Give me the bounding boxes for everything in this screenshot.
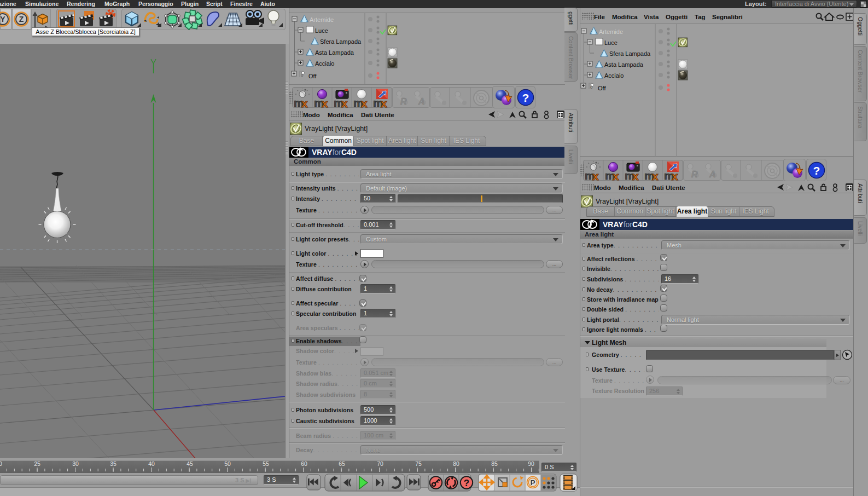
svg-text:R: R (691, 170, 698, 179)
svg-text:Acciaio: Acciaio (315, 60, 334, 67)
svg-text:90: 90 (528, 460, 534, 467)
svg-text:Artemide: Artemide (599, 28, 623, 35)
svg-text:P: P (531, 478, 535, 487)
svg-text:20: 20 (0, 460, 2, 467)
svg-text:35: 35 (110, 460, 116, 467)
svg-text:Luce: Luce (315, 27, 328, 34)
svg-text:Off: Off (598, 85, 606, 91)
svg-text:A: A (709, 170, 716, 179)
svg-text:R: R (400, 97, 407, 106)
svg-text:?: ? (464, 478, 469, 488)
svg-text:A: A (418, 97, 425, 106)
svg-text:50: 50 (224, 460, 231, 467)
svg-text:Luce: Luce (604, 39, 617, 46)
svg-text:80: 80 (453, 460, 459, 467)
svg-text:Asta Lampada: Asta Lampada (315, 49, 354, 56)
svg-text:65: 65 (339, 460, 345, 467)
svg-text:Sfera Lampada: Sfera Lampada (320, 38, 362, 45)
svg-text:60: 60 (301, 460, 307, 467)
svg-text:Y: Y (0, 15, 5, 24)
svg-text:55: 55 (263, 460, 269, 467)
svg-text:Artemide: Artemide (310, 16, 334, 23)
svg-text:Sfera Lampada: Sfera Lampada (609, 50, 651, 57)
svg-text:45: 45 (187, 460, 193, 467)
svg-text:70: 70 (377, 460, 383, 467)
svg-text:Z: Z (19, 15, 24, 24)
svg-text:25: 25 (34, 460, 40, 467)
svg-text:Acciaio: Acciaio (604, 72, 624, 79)
svg-text:75: 75 (415, 460, 422, 467)
svg-text:30: 30 (72, 460, 79, 467)
svg-text:85: 85 (491, 460, 498, 467)
svg-text:Asta Lampada: Asta Lampada (604, 61, 644, 68)
svg-text:Off: Off (308, 73, 317, 79)
svg-text:40: 40 (148, 460, 155, 467)
